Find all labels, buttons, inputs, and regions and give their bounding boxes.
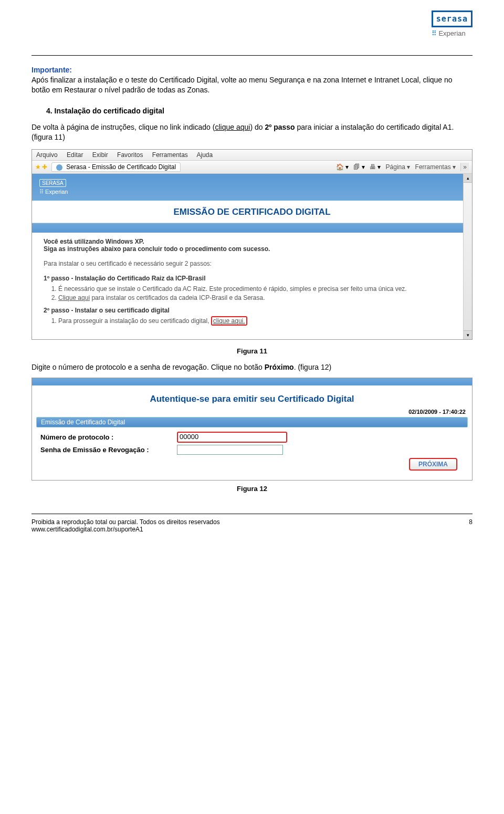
add-favorite-icon[interactable]: ✚ (42, 163, 47, 171)
clique-aqui-link[interactable]: clique aqui (215, 123, 250, 131)
menu-favoritos[interactable]: Favoritos (117, 151, 143, 159)
senha-input[interactable] (177, 445, 283, 455)
figure-11-caption: Figura 11 (32, 347, 472, 355)
ie-command-bar: 🏠 ▾ 🗐 ▾ 🖶 ▾ Página ▾ Ferramentas ▾ » (333, 163, 469, 171)
print-icon[interactable]: 🖶 (370, 163, 376, 171)
os-line-2: Siga as instruções abaixo para concluir … (44, 245, 452, 253)
step2-clique-aqui-link[interactable]: clique aqui. (211, 316, 247, 326)
fig12-top-band (32, 378, 472, 385)
figure-12-caption: Figura 12 (32, 485, 472, 493)
page-footer: Proibida a reprodução total ou parcial. … (32, 518, 472, 533)
intro-text: Para instalar o seu certificado é necess… (44, 260, 452, 267)
os-line-1: Você está utilizando Windows XP. (44, 238, 452, 245)
menu-exibir[interactable]: Exibir (92, 151, 108, 159)
menu-arquivo[interactable]: Arquivo (36, 151, 58, 159)
footer-rule (32, 514, 472, 514)
fig12-section-header: Emissão de Certificado Digital (36, 417, 468, 427)
favorites-star-icon[interactable]: ★ (35, 163, 41, 171)
header-rule (32, 55, 472, 56)
toolbar-overflow-icon[interactable]: » (460, 163, 469, 171)
feed-icon[interactable]: 🗐 (353, 163, 360, 171)
step1-clique-aqui-link[interactable]: Clique aqui (58, 294, 90, 301)
protocolo-label: Número de protocolo : (40, 433, 177, 441)
inner-logo: SERASA (39, 179, 66, 187)
protocolo-input[interactable]: 00000 (177, 432, 287, 443)
figure-12-screenshot: Autentique-se para emitir seu Certificad… (32, 378, 472, 481)
step1-title: 1º passo - Instalação do Certificado Rai… (44, 275, 452, 282)
inner-logo-sub: ⠿ Experian (39, 189, 465, 195)
favicon-icon (56, 164, 62, 171)
figure-11-screenshot: Arquivo Editar Exibir Favoritos Ferramen… (32, 149, 472, 340)
important-block: Importante: Após finalizar a instalação … (32, 65, 472, 95)
footer-copyright: Proibida a reprodução total ou parcial. … (32, 518, 220, 526)
step2-title: 2º passo - Instalar o seu certificado di… (44, 307, 452, 314)
important-text: Após finalizar a instalação e o teste do… (32, 76, 453, 94)
tools-menu[interactable]: Ferramentas ▾ (415, 163, 456, 171)
instructions-body: Você está utilizando Windows XP. Siga as… (32, 233, 464, 339)
logo-subtext: Experian (438, 29, 465, 37)
page-title: EMISSÃO DE CERTIFICADO DIGITAL (32, 201, 472, 223)
logo-text: serasa (436, 14, 468, 24)
page-menu[interactable]: Página ▾ (386, 163, 411, 171)
step1-item-1: É necessário que se instale o Certificad… (58, 285, 452, 293)
fig12-timestamp: 02/10/2009 - 17:40:22 (33, 409, 471, 415)
ie-tab-bar: ★ ✚ Serasa - Emissão de Certificado Digi… (32, 161, 472, 174)
between-paragraph: Digite o número de protocolo e a senha d… (32, 362, 472, 372)
section-4-paragraph: De volta à página de instruções, clique … (32, 122, 472, 142)
page-number: 8 (469, 518, 472, 533)
scroll-down-icon[interactable]: ▾ (464, 330, 472, 339)
section-4-heading: 4. Instalação do certificado digital (46, 107, 472, 115)
fig12-title: Autentique-se para emitir seu Certificad… (33, 390, 471, 409)
footer-url: www.certificadodigital.com.br/suporteA1 (32, 526, 220, 533)
page-header-band: SERASA ⠿ Experian (32, 174, 472, 201)
scroll-up-icon[interactable]: ▴ (464, 174, 472, 183)
brand-logo: serasa ⠿ Experian (432, 11, 472, 37)
step1-item-2: Clique aqui para instalar os certificado… (58, 294, 452, 301)
step2-item-1: Para prosseguir a instalação do seu cert… (58, 317, 452, 325)
divider-band (32, 223, 472, 233)
menu-ferramentas[interactable]: Ferramentas (152, 151, 188, 159)
browser-tab[interactable]: Serasa - Emissão de Certificado Digital (51, 162, 181, 172)
important-title: Importante: (32, 65, 472, 75)
home-icon[interactable]: 🏠 (336, 163, 344, 171)
vertical-scrollbar[interactable]: ▴ ▾ (463, 174, 472, 339)
ie-menu-bar: Arquivo Editar Exibir Favoritos Ferramen… (32, 150, 472, 161)
menu-editar[interactable]: Editar (67, 151, 83, 159)
menu-ajuda[interactable]: Ajuda (197, 151, 213, 159)
logo-dots-icon: ⠿ (432, 29, 437, 37)
senha-label: Senha de Emissão e Revogação : (40, 446, 177, 454)
proxima-button[interactable]: PRÓXIMA (409, 458, 457, 471)
